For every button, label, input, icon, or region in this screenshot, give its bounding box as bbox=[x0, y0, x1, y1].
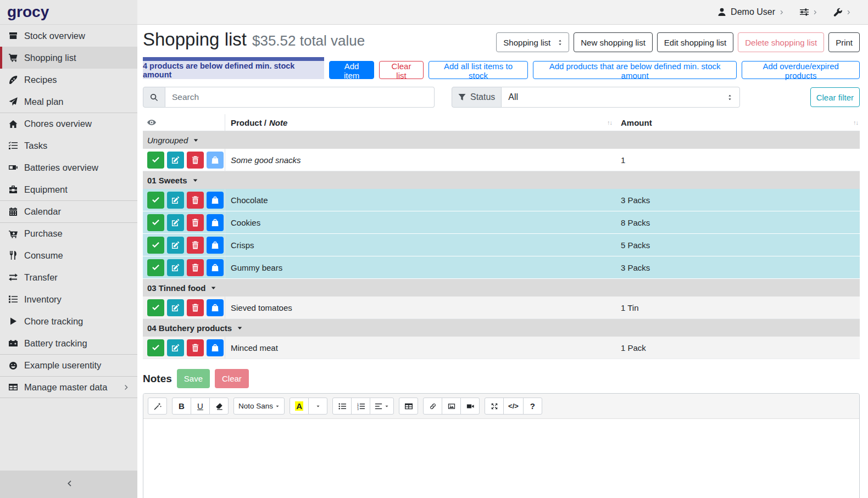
sidebar-item-manage-master-data[interactable]: Manage master data bbox=[0, 376, 137, 398]
sidebar-item-meal-plan[interactable]: Meal plan bbox=[0, 91, 137, 113]
sidebar-item-equipment[interactable]: Equipment bbox=[0, 178, 137, 200]
add-below-min-stock-button[interactable]: Add products that are below defined min.… bbox=[533, 61, 737, 79]
delete-item-button[interactable] bbox=[187, 299, 204, 316]
delete-item-button[interactable] bbox=[187, 237, 204, 254]
edit-item-button[interactable] bbox=[167, 192, 184, 209]
color-dropdown-button[interactable] bbox=[308, 398, 327, 415]
sidebar-item-calendar[interactable]: Calendar bbox=[0, 200, 137, 222]
cart-icon bbox=[8, 53, 19, 62]
sidebar-collapse-button[interactable] bbox=[0, 471, 137, 498]
mark-done-button[interactable] bbox=[147, 259, 164, 276]
unordered-list-button[interactable] bbox=[332, 398, 352, 415]
edit-item-button[interactable] bbox=[167, 259, 184, 276]
edit-item-button[interactable] bbox=[167, 214, 184, 231]
code-view-button[interactable]: </> bbox=[503, 398, 524, 415]
edit-item-button[interactable] bbox=[167, 152, 184, 169]
product-group-header[interactable]: 01 Sweets bbox=[143, 171, 860, 189]
product-group-header[interactable]: 04 Butchery products bbox=[143, 319, 860, 337]
ordered-list-button[interactable]: 123 bbox=[351, 398, 370, 415]
add-to-stock-button[interactable] bbox=[207, 152, 224, 169]
app-logo[interactable]: grocy bbox=[0, 0, 137, 24]
highlight-color-button[interactable]: A bbox=[290, 398, 309, 415]
edit-item-button[interactable] bbox=[167, 339, 184, 356]
battery-icon bbox=[8, 163, 19, 172]
clear-list-button[interactable]: Clear list bbox=[379, 61, 424, 79]
underline-button[interactable]: U bbox=[191, 398, 210, 415]
insert-table-button[interactable] bbox=[399, 398, 418, 415]
sidebar-item-shopping-list[interactable]: Shopping list bbox=[0, 47, 137, 69]
notes-clear-button[interactable]: Clear bbox=[215, 369, 249, 388]
print-button[interactable]: Print bbox=[828, 32, 860, 52]
sidebar-item-transfer[interactable]: Transfer bbox=[0, 266, 137, 288]
row-actions bbox=[143, 189, 225, 211]
mark-done-button[interactable] bbox=[147, 152, 164, 169]
sidebar-item-stock-overview[interactable]: Stock overview bbox=[0, 25, 137, 47]
add-to-stock-button[interactable] bbox=[207, 237, 224, 254]
sidebar-item-chore-tracking[interactable]: Chore tracking bbox=[0, 310, 137, 332]
add-to-stock-button[interactable] bbox=[207, 299, 224, 316]
add-to-stock-button[interactable] bbox=[207, 192, 224, 209]
magic-wand-button[interactable] bbox=[148, 398, 167, 415]
sidebar-item-inventory[interactable]: Inventory bbox=[0, 288, 137, 310]
mark-done-button[interactable] bbox=[147, 339, 164, 356]
delete-shopping-list-button[interactable]: Delete shopping list bbox=[738, 32, 824, 52]
sidebar-item-chores-overview[interactable]: Chores overview bbox=[0, 113, 137, 135]
min-stock-alert[interactable]: 4 products are below defined min. stock … bbox=[143, 57, 324, 79]
mark-done-button[interactable] bbox=[147, 192, 164, 209]
notes-editor-textarea[interactable] bbox=[143, 419, 859, 498]
delete-item-button[interactable] bbox=[187, 192, 204, 209]
notes-save-button[interactable]: Save bbox=[177, 369, 210, 388]
sidebar-item-batteries-overview[interactable]: Batteries overview bbox=[0, 156, 137, 178]
sidebar-item-recipes[interactable]: Recipes bbox=[0, 69, 137, 91]
add-to-stock-button[interactable] bbox=[207, 214, 224, 231]
sidebar-item-purchase[interactable]: Purchase bbox=[0, 222, 137, 244]
mark-done-button[interactable] bbox=[147, 214, 164, 231]
settings-menu[interactable] bbox=[800, 8, 818, 16]
mark-done-button[interactable] bbox=[147, 299, 164, 316]
add-to-stock-button[interactable] bbox=[207, 259, 224, 276]
product-amount: 3 Packs bbox=[620, 195, 860, 205]
search-input[interactable] bbox=[165, 87, 435, 108]
add-item-button[interactable]: Add item bbox=[329, 61, 374, 79]
user-menu[interactable]: Demo User bbox=[717, 7, 784, 17]
clear-filter-button[interactable]: Clear filter bbox=[810, 87, 860, 107]
sidebar-item-battery-tracking[interactable]: Battery tracking bbox=[0, 332, 137, 354]
add-all-to-stock-button[interactable]: Add all list items to stock bbox=[429, 61, 528, 79]
delete-item-button[interactable] bbox=[187, 214, 204, 231]
insert-link-button[interactable] bbox=[423, 398, 442, 415]
status-filter-select[interactable]: All bbox=[501, 87, 740, 108]
bold-button[interactable]: B bbox=[172, 398, 191, 415]
sort-icon[interactable]: ↑↓ bbox=[853, 119, 860, 126]
font-name-button[interactable]: Noto Sans bbox=[233, 398, 285, 415]
sidebar-item-tasks[interactable]: Tasks bbox=[0, 135, 137, 156]
edit-item-button[interactable] bbox=[167, 299, 184, 316]
product-column-header[interactable]: Product / Note ↑↓ bbox=[225, 114, 620, 131]
amount-column-header[interactable]: Amount ↑↓ bbox=[620, 114, 860, 131]
visibility-column-header[interactable] bbox=[143, 114, 225, 131]
notes-editor: BUNoto SansA123</>? bbox=[143, 393, 860, 498]
product-group-header[interactable]: Ungrouped bbox=[143, 131, 860, 149]
new-shopping-list-button[interactable]: New shopping list bbox=[574, 32, 653, 52]
sort-icon[interactable]: ↑↓ bbox=[607, 119, 620, 126]
table-header: Product / Note ↑↓ Amount ↑↓ bbox=[143, 114, 860, 131]
edit-item-button[interactable] bbox=[167, 237, 184, 254]
edit-shopping-list-button[interactable]: Edit shopping list bbox=[657, 32, 733, 52]
add-to-stock-button[interactable] bbox=[207, 339, 224, 356]
eraser-button[interactable] bbox=[209, 398, 229, 415]
fullscreen-button[interactable] bbox=[485, 398, 504, 415]
delete-item-button[interactable] bbox=[187, 152, 204, 169]
play-icon bbox=[8, 317, 19, 326]
insert-video-button[interactable] bbox=[460, 398, 480, 415]
sidebar-item-consume[interactable]: Consume bbox=[0, 244, 137, 266]
insert-picture-button[interactable] bbox=[442, 398, 461, 415]
product-group-header[interactable]: 03 Tinned food bbox=[143, 279, 860, 296]
admin-menu[interactable] bbox=[833, 8, 852, 16]
shopping-list-select[interactable]: Shopping list bbox=[496, 32, 569, 52]
help-button[interactable]: ? bbox=[523, 398, 542, 415]
paragraph-align-button[interactable] bbox=[370, 398, 394, 415]
sidebar-item-example-userentity[interactable]: Example userentity bbox=[0, 354, 137, 376]
delete-item-button[interactable] bbox=[187, 339, 204, 356]
mark-done-button[interactable] bbox=[147, 237, 164, 254]
add-overdue-button[interactable]: Add overdue/expired products bbox=[742, 61, 860, 79]
delete-item-button[interactable] bbox=[187, 259, 204, 276]
